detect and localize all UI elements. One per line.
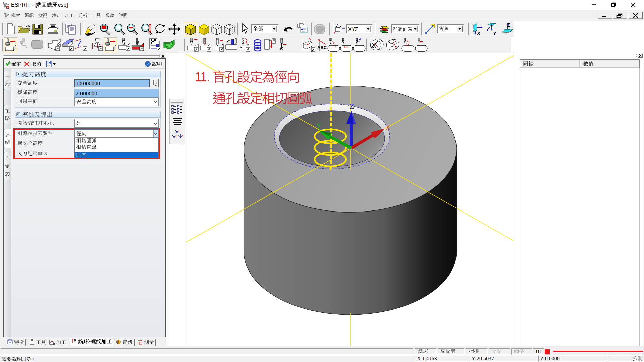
- svg-text:F1: F1: [30, 356, 35, 361]
- svg-text:11.: 11.: [195, 69, 210, 84]
- svg-text:Z: Z: [507, 23, 510, 28]
- svg-text:ABC: ABC: [317, 45, 327, 50]
- svg-text:2 ': 2 ': [393, 26, 397, 31]
- svg-text:Z: Z: [350, 102, 354, 110]
- svg-text:%: %: [43, 151, 47, 156]
- svg-text:X: X: [477, 30, 480, 36]
- svg-text:/: /: [28, 120, 29, 125]
- svg-text:Y: Y: [493, 30, 496, 36]
- svg-text:?: ?: [147, 62, 149, 66]
- svg-text:e: e: [7, 6, 9, 9]
- svg-text:-: -: [89, 339, 91, 344]
- svg-text:Y: Y: [317, 123, 321, 130]
- svg-text:X: X: [386, 125, 390, 131]
- svg-text:,: ,: [22, 356, 24, 361]
